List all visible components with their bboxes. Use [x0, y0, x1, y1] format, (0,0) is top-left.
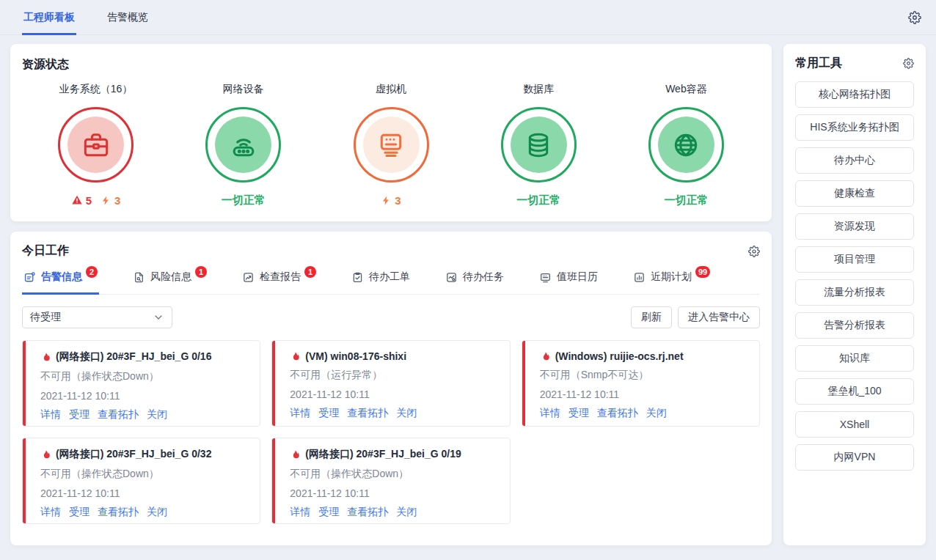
- ticket-icon: [351, 271, 364, 284]
- alert-time: 2021-11-12 10:11: [290, 487, 500, 499]
- resource-status-text: 一切正常: [664, 192, 708, 208]
- view-topology-link[interactable]: 查看拓扑: [347, 506, 388, 519]
- tool-core-network-topology[interactable]: 核心网络拓扑图: [795, 81, 914, 108]
- view-topology-link[interactable]: 查看拓扑: [347, 407, 388, 420]
- tool-todo-center[interactable]: 待办中心: [795, 147, 914, 174]
- resource-web-containers: Web容器 一切正常: [613, 83, 760, 208]
- alert-doc-icon: [23, 271, 36, 284]
- tool-bastion-host[interactable]: 堡垒机_100: [795, 378, 914, 405]
- resource-status-text: 一切正常: [222, 192, 266, 208]
- resource-status-text: 一切正常: [516, 192, 560, 208]
- risk-doc-icon: [133, 271, 145, 284]
- database-icon: [524, 130, 553, 160]
- tool-alert-analysis-report[interactable]: 告警分析报表: [795, 312, 914, 339]
- resource-circle-business-systems[interactable]: [58, 107, 134, 183]
- resource-status-title: 资源状态: [22, 57, 760, 73]
- common-tools-title: 常用工具: [795, 56, 842, 71]
- warning-icon: [71, 194, 83, 206]
- warning-alert-count: 3: [381, 194, 401, 207]
- today-work-gear-icon[interactable]: [748, 246, 760, 257]
- resource-label: 数据库: [523, 83, 554, 97]
- refresh-button[interactable]: 刷新: [631, 306, 672, 328]
- tab-alert-overview[interactable]: 告警概览: [106, 0, 150, 35]
- accept-link[interactable]: 受理: [318, 506, 339, 519]
- resource-circle-virtual-machines[interactable]: [354, 107, 429, 183]
- alert-status: 不可用（运行异常）: [290, 369, 500, 382]
- close-link[interactable]: 关闭: [147, 506, 167, 519]
- view-topology-link[interactable]: 查看拓扑: [98, 408, 139, 421]
- tab-badge: 2: [86, 266, 98, 278]
- alert-card: (网络接口) 20#3F_HJ_bei_G 0/16 不可用（操作状态Down）…: [22, 340, 260, 427]
- resource-circle-network-devices[interactable]: [205, 107, 281, 183]
- tab-badge: 1: [304, 266, 316, 278]
- alert-time: 2021-11-12 10:11: [290, 388, 500, 400]
- close-link[interactable]: 关闭: [396, 506, 417, 519]
- warning-alert-count: 3: [100, 194, 120, 207]
- tab-todo-tasks[interactable]: 待办任务: [444, 269, 505, 295]
- main-content: 资源状态 业务系统（16） 5 3: [0, 35, 936, 545]
- view-topology-link[interactable]: 查看拓扑: [597, 407, 638, 420]
- resource-label: 网络设备: [223, 83, 264, 97]
- tool-intranet-vpn[interactable]: 内网VPN: [795, 444, 914, 471]
- settings-gear-icon[interactable]: [908, 11, 921, 24]
- resource-label: 虚拟机: [376, 83, 406, 97]
- lightning-icon: [381, 195, 392, 206]
- calendar-icon: [539, 271, 552, 284]
- alert-time: 2021-11-12 10:11: [540, 388, 750, 400]
- alert-status: 不可用（操作状态Down）: [40, 468, 251, 481]
- detail-link[interactable]: 详情: [290, 506, 310, 519]
- tool-resource-discovery[interactable]: 资源发现: [795, 213, 914, 240]
- tab-badge: 99: [695, 266, 710, 278]
- fire-icon: [40, 352, 51, 363]
- tool-traffic-analysis-report[interactable]: 流量分析报表: [795, 279, 914, 306]
- detail-link[interactable]: 详情: [40, 506, 61, 519]
- close-link[interactable]: 关闭: [646, 407, 667, 420]
- tool-knowledge-base[interactable]: 知识库: [795, 345, 914, 372]
- detail-link[interactable]: 详情: [540, 407, 560, 420]
- alert-status: 不可用（操作状态Down）: [290, 468, 500, 481]
- status-filter-select[interactable]: 待受理: [22, 306, 172, 328]
- resource-circle-databases[interactable]: [501, 107, 577, 183]
- alert-card: (VM) win08-176-shixi 不可用（运行异常） 2021-11-1…: [271, 340, 510, 427]
- lightning-icon: [100, 195, 111, 206]
- accept-link[interactable]: 受理: [69, 408, 89, 421]
- tab-risk-info[interactable]: 风险信息 1: [131, 269, 208, 295]
- alert-time: 2021-11-12 10:11: [40, 487, 251, 499]
- alert-card: (Windows) ruijie-ocs.rj.net 不可用（Snmp不可达）…: [522, 340, 760, 427]
- accept-link[interactable]: 受理: [318, 407, 339, 420]
- router-icon: [229, 130, 258, 160]
- tab-recent-plans[interactable]: 近期计划 99: [632, 269, 712, 295]
- report-icon: [242, 271, 255, 284]
- alert-status: 不可用（操作状态Down）: [40, 370, 251, 383]
- enter-alert-center-button[interactable]: 进入告警中心: [678, 306, 760, 328]
- tab-duty-calendar[interactable]: 值班日历: [538, 269, 599, 295]
- accept-link[interactable]: 受理: [69, 506, 89, 519]
- tools-gear-icon[interactable]: [903, 58, 914, 69]
- alert-card: (网络接口) 20#3F_HJ_bei_G 0/32 不可用（操作状态Down）…: [22, 438, 260, 524]
- tab-engineer-dashboard[interactable]: 工程师看板: [22, 0, 76, 35]
- fire-icon: [290, 449, 301, 460]
- resource-network-devices: 网络设备 一切正常: [169, 83, 317, 208]
- resource-label: 业务系统（16）: [59, 83, 133, 97]
- common-tools-panel: 常用工具 核心网络拓扑图 HIS系统业务拓扑图 待办中心 健康检查 资源发现 项…: [783, 44, 926, 545]
- detail-link[interactable]: 详情: [290, 407, 310, 420]
- tab-alert-info[interactable]: 告警信息 2: [22, 269, 99, 295]
- tool-health-check[interactable]: 健康检查: [795, 180, 914, 207]
- detail-link[interactable]: 详情: [40, 408, 61, 421]
- tool-his-business-topology[interactable]: HIS系统业务拓扑图: [795, 114, 914, 141]
- tab-todo-tickets[interactable]: 待办工单: [350, 269, 412, 295]
- plan-icon: [633, 271, 646, 284]
- tool-project-management[interactable]: 项目管理: [795, 246, 914, 273]
- tab-inspection-report[interactable]: 检查报告 1: [241, 269, 318, 295]
- today-work-panel: 今日工作 告警信息 2 风险信息 1 检查报告 1: [10, 232, 772, 545]
- chevron-down-icon: [153, 312, 164, 323]
- resource-circle-web-containers[interactable]: [648, 107, 724, 183]
- accept-link[interactable]: 受理: [568, 407, 589, 420]
- close-link[interactable]: 关闭: [147, 408, 167, 421]
- view-topology-link[interactable]: 查看拓扑: [98, 506, 139, 519]
- close-link[interactable]: 关闭: [396, 407, 417, 420]
- tool-xshell[interactable]: XShell: [795, 411, 914, 438]
- resource-label: Web容器: [665, 83, 707, 97]
- fire-icon: [290, 351, 301, 362]
- fire-icon: [40, 449, 51, 460]
